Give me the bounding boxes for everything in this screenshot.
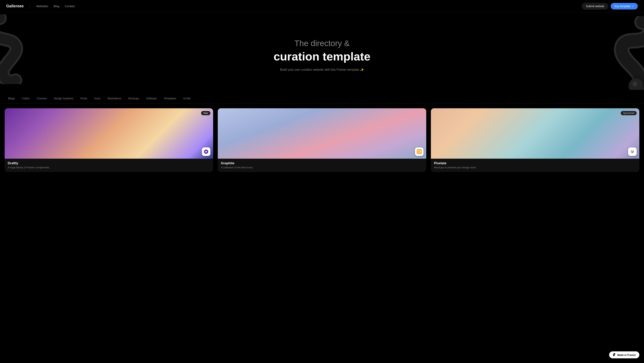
hero-line1: The directory &	[294, 38, 350, 48]
card-draftly-icon	[202, 148, 210, 156]
cards-grid: New Draftly A huge library of Framer com…	[5, 108, 639, 172]
nav-links: Websites Blog Contact	[36, 4, 582, 8]
card-pixelate-badge: Sponsored	[621, 111, 637, 115]
navbar: Gallereee Websites Blog Contact Submit w…	[0, 0, 644, 12]
filter-blogs[interactable]: Blogs	[5, 94, 18, 104]
framer-logo-icon	[612, 353, 616, 356]
filter-icons[interactable]: Icons	[91, 94, 104, 104]
svg-point-1	[632, 82, 637, 86]
nav-divider	[30, 4, 30, 8]
card-pixelate-image: Sponsored	[431, 108, 639, 159]
card-pixelate[interactable]: Sponsored Pixelate Mockups to present y	[431, 108, 639, 172]
buy-template-label: Buy template	[614, 5, 630, 8]
nav-actions: Submit website Buy template ↗	[582, 3, 638, 10]
card-draftly[interactable]: New Draftly A huge library of Framer com…	[5, 108, 213, 172]
card-draftly-badge: New	[201, 111, 210, 115]
filter-mockups[interactable]: Mockups	[125, 94, 142, 104]
card-graphite[interactable]: Graphite A collection of the best icons.	[218, 108, 426, 172]
framer-badge[interactable]: Made in Framer	[609, 352, 639, 358]
card-pixelate-info: Pixelate Mockups to present your design …	[431, 159, 639, 172]
external-link-icon: ↗	[632, 5, 634, 8]
card-draftly-info: Draftly A huge library of Framer compone…	[5, 159, 213, 172]
card-graphite-icon	[415, 148, 424, 156]
card-draftly-title: Draftly	[8, 161, 210, 165]
buy-template-button[interactable]: Buy template ↗	[611, 3, 638, 10]
cards-section: New Draftly A huge library of Framer com…	[0, 104, 644, 178]
filter-fonts[interactable]: Fonts	[77, 94, 91, 104]
card-draftly-image: New	[5, 108, 213, 159]
card-graphite-image	[218, 108, 426, 159]
card-graphite-title: Graphite	[221, 161, 423, 165]
filter-bar: Blogs Colors Courses Design Systems Font…	[0, 94, 644, 104]
nav-link-websites[interactable]: Websites	[36, 4, 48, 8]
submit-website-button[interactable]: Submit website	[582, 3, 608, 10]
hero-decoration-left	[0, 14, 42, 84]
filter-illustrations[interactable]: Illustrations	[104, 94, 125, 104]
card-pixelate-icon	[628, 148, 637, 156]
svg-point-6	[633, 150, 634, 151]
card-pixelate-title: Pixelate	[434, 161, 636, 165]
filter-colors[interactable]: Colors	[18, 94, 33, 104]
svg-point-5	[631, 150, 632, 151]
logo[interactable]: Gallereee	[6, 4, 24, 8]
filter-ui-kits[interactable]: UI kits	[180, 94, 194, 104]
filter-templates[interactable]: Templates	[160, 94, 180, 104]
filter-software[interactable]: Software	[142, 94, 160, 104]
card-pixelate-desc: Mockups to present your design work.	[434, 166, 636, 169]
filter-design-systems[interactable]: Design Systems	[50, 94, 77, 104]
hero-decoration-right	[588, 16, 644, 90]
hero-description: Build your own curation website with thi…	[280, 68, 364, 72]
filter-courses[interactable]: Courses	[33, 94, 50, 104]
nav-link-blog[interactable]: Blog	[54, 4, 60, 8]
card-graphite-info: Graphite A collection of the best icons.	[218, 159, 426, 172]
svg-point-7	[631, 151, 632, 152]
hero-line2: curation template	[274, 50, 370, 63]
card-draftly-desc: A huge library of Framer components.	[8, 166, 210, 169]
card-graphite-desc: A collection of the best icons.	[221, 166, 423, 169]
nav-link-contact[interactable]: Contact	[65, 4, 75, 8]
framer-badge-label: Made in Framer	[617, 354, 636, 356]
svg-point-8	[633, 151, 634, 152]
hero-section: The directory & curation template Build …	[0, 12, 644, 94]
